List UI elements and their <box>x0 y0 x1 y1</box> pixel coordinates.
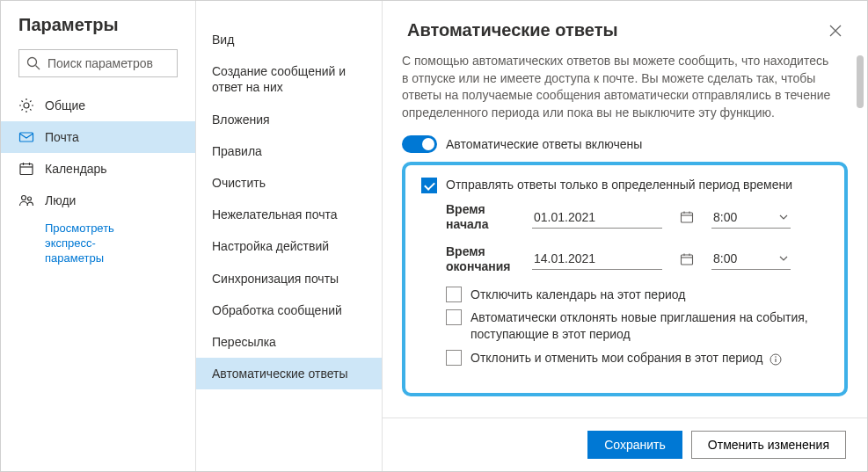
end-label: Время окончания <box>446 244 525 274</box>
nav-calendar[interactable]: Календарь <box>1 153 195 185</box>
calendar-icon <box>18 161 34 177</box>
settings-title: Параметры <box>1 15 195 49</box>
nav-people[interactable]: Люди <box>1 185 195 216</box>
nav-mail[interactable]: Почта <box>1 121 195 153</box>
scrollbar-thumb[interactable] <box>857 55 864 108</box>
cancel-meetings-checkbox[interactable] <box>446 350 462 366</box>
close-icon[interactable] <box>828 24 842 38</box>
start-time-select[interactable]: 8:00 <box>711 207 791 229</box>
start-date-input[interactable]: 01.01.2021 <box>532 207 662 229</box>
intro-text: С помощью автоматических ответов вы може… <box>402 53 848 121</box>
svg-point-9 <box>28 197 32 200</box>
subnav-junk[interactable]: Нежелательная почта <box>196 199 382 230</box>
subnav-forwarding[interactable]: Пересылка <box>196 326 382 358</box>
nav-label: Календарь <box>45 162 107 176</box>
mail-icon <box>18 129 34 145</box>
svg-rect-4 <box>20 164 33 175</box>
nav-label: Почта <box>45 130 79 144</box>
svg-rect-3 <box>20 133 33 142</box>
page-heading: Автоматические ответы <box>407 20 618 40</box>
decline-new-invites-label: Автоматически отклонять новые приглашени… <box>470 309 828 343</box>
settings-nav-secondary: Вид Создание сообщений и ответ на них Вл… <box>196 1 383 471</box>
search-placeholder: Поиск параметров <box>47 56 153 70</box>
subnav-sweep[interactable]: Очистить <box>196 167 382 199</box>
settings-window: Параметры Поиск параметров Общие Почта К… <box>1 1 867 471</box>
info-icon[interactable] <box>770 353 782 366</box>
block-calendar-label: Отключить календарь на этот период <box>470 287 685 303</box>
auto-replies-toggle[interactable] <box>402 135 437 153</box>
chevron-down-icon <box>778 253 789 264</box>
start-time-row: Время начала 01.01.2021 8:00 <box>446 202 828 232</box>
toggle-label: Автоматические ответы включены <box>446 137 642 151</box>
end-date-input[interactable]: 14.01.2021 <box>532 248 662 270</box>
subnav-custom-actions[interactable]: Настройка действий <box>196 230 382 262</box>
time-period-panel: Отправлять ответы только в определенный … <box>402 162 848 396</box>
cancel-button[interactable]: Отменить изменения <box>691 431 846 459</box>
search-icon <box>26 56 40 70</box>
svg-point-2 <box>24 103 29 108</box>
subnav-sync[interactable]: Синхронизация почты <box>196 263 382 294</box>
subnav-attachments[interactable]: Вложения <box>196 104 382 135</box>
end-time-select[interactable]: 8:00 <box>711 248 791 270</box>
svg-rect-12 <box>682 213 693 222</box>
subnav-handling[interactable]: Обработка сообщений <box>196 294 382 326</box>
nav-label: Общие <box>45 98 85 113</box>
svg-point-8 <box>22 196 26 200</box>
end-time-row: Время окончания 14.01.2021 8:00 <box>446 244 828 274</box>
cancel-meetings-label: Отклонить и отменить мои собрания в этот… <box>470 350 782 367</box>
settings-nav-primary: Параметры Поиск параметров Общие Почта К… <box>1 1 196 471</box>
subnav-compose[interactable]: Создание сообщений и ответ на них <box>196 55 382 103</box>
calendar-icon[interactable] <box>680 252 694 266</box>
svg-point-0 <box>28 58 37 67</box>
start-label: Время начала <box>446 202 525 232</box>
svg-line-1 <box>36 66 40 70</box>
subnav-layout[interactable]: Вид <box>196 24 382 55</box>
decline-new-invites-checkbox[interactable] <box>446 309 462 325</box>
block-calendar-checkbox[interactable] <box>446 287 462 302</box>
people-icon <box>18 192 34 208</box>
subnav-auto-replies[interactable]: Автоматические ответы <box>196 358 382 389</box>
settings-content: Автоматические ответы С помощью автомати… <box>383 1 867 471</box>
nav-general[interactable]: Общие <box>1 90 195 121</box>
chevron-down-icon <box>778 212 789 222</box>
send-in-period-label: Отправлять ответы только в определенный … <box>446 178 792 192</box>
search-input[interactable]: Поиск параметров <box>18 49 178 77</box>
subnav-rules[interactable]: Правила <box>196 135 382 167</box>
svg-point-22 <box>776 356 777 358</box>
footer: Сохранить Отменить изменения <box>383 418 867 471</box>
view-quick-settings-link[interactable]: Просмотреть экспресс- параметры <box>1 216 195 266</box>
scrollbar[interactable] <box>857 54 864 410</box>
send-in-period-checkbox[interactable] <box>421 178 437 193</box>
save-button[interactable]: Сохранить <box>587 431 682 459</box>
svg-rect-16 <box>682 255 693 265</box>
calendar-icon[interactable] <box>680 210 694 224</box>
gear-icon <box>18 98 34 113</box>
nav-label: Люди <box>45 193 76 207</box>
